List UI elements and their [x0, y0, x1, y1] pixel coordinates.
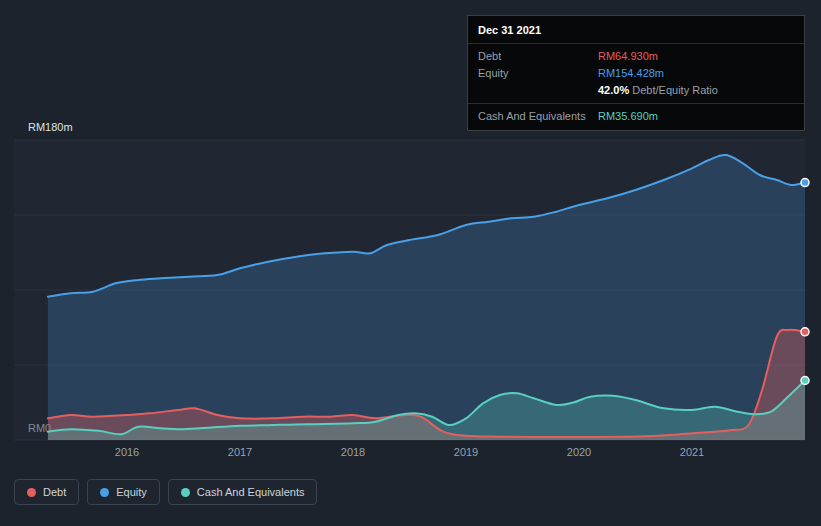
equity-series-dot-icon [100, 488, 109, 497]
x-axis-label: 2020 [567, 446, 591, 458]
tooltip-divider [468, 43, 804, 44]
tooltip-ratio-row: 42.0% Debt/Equity Ratio [468, 82, 804, 99]
cash-series-dot-icon [181, 488, 190, 497]
chart-tooltip: Dec 31 2021 Debt RM64.930m Equity RM154.… [467, 15, 805, 131]
x-axis-label: 2019 [454, 446, 478, 458]
tooltip-ratio-percent: 42.0% [598, 84, 629, 96]
tooltip-equity-label: Equity [478, 66, 598, 81]
x-axis-label: 2017 [228, 446, 252, 458]
legend-label-equity: Equity [116, 486, 147, 498]
debt-end-marker [801, 328, 809, 336]
tooltip-cash-value: RM35.690m [598, 109, 658, 124]
cash-and-equivalents-end-marker [801, 377, 809, 385]
tooltip-debt-label: Debt [478, 49, 598, 64]
tooltip-cash-row: Cash And Equivalents RM35.690m [468, 108, 804, 125]
equity-end-marker [801, 179, 809, 187]
tooltip-date: Dec 31 2021 [468, 22, 804, 43]
legend-label-cash: Cash And Equivalents [197, 486, 305, 498]
tooltip-cash-label: Cash And Equivalents [478, 109, 598, 124]
tooltip-debt-value: RM64.930m [598, 49, 658, 64]
tooltip-equity-row: Equity RM154.428m [468, 65, 804, 82]
y-axis-label-top: RM180m [28, 121, 73, 133]
page: { "tooltip": { "date": "Dec 31 2021", "d… [0, 0, 821, 526]
tooltip-equity-value: RM154.428m [598, 66, 664, 81]
tooltip-debt-row: Debt RM64.930m [468, 48, 804, 65]
tooltip-divider [468, 103, 804, 104]
legend-item-cash[interactable]: Cash And Equivalents [168, 479, 318, 505]
x-axis-label: 2016 [115, 446, 139, 458]
x-axis-label: 2018 [341, 446, 365, 458]
legend-item-equity[interactable]: Equity [87, 479, 160, 505]
legend-label-debt: Debt [43, 486, 66, 498]
x-axis-labels: 201620172018201920202021 [14, 446, 805, 460]
tooltip-ratio-label: Debt/Equity Ratio [632, 84, 718, 96]
chart-plot-area[interactable] [14, 140, 805, 440]
debt-series-dot-icon [27, 488, 36, 497]
tooltip-ratio-value: 42.0% Debt/Equity Ratio [598, 83, 718, 98]
x-axis-label: 2021 [680, 446, 704, 458]
legend-item-debt[interactable]: Debt [14, 479, 79, 505]
chart-legend: Debt Equity Cash And Equivalents [14, 479, 317, 505]
